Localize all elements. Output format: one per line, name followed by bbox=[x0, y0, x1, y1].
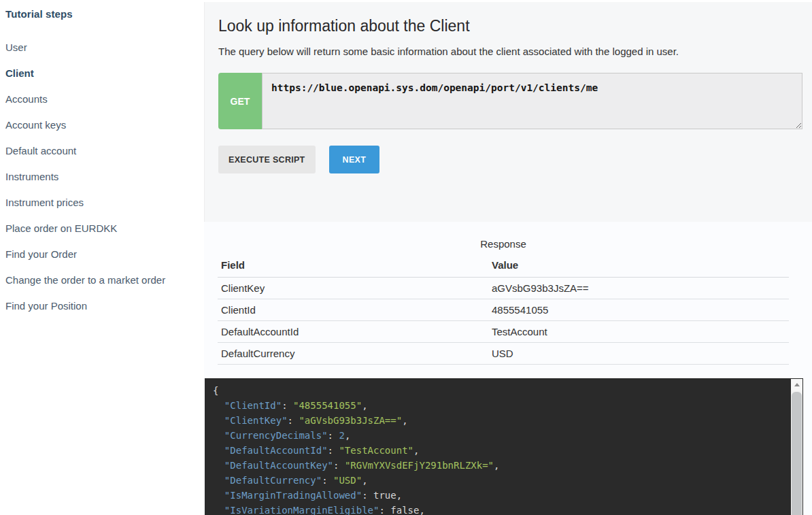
value-cell: USD bbox=[488, 343, 789, 365]
page: Tutorial steps UserClientAccountsAccount… bbox=[0, 0, 812, 515]
main-content: Look up information about the Client The… bbox=[204, 0, 812, 515]
field-cell: ClientKey bbox=[218, 278, 488, 299]
sidebar: Tutorial steps UserClientAccountsAccount… bbox=[0, 0, 204, 515]
scroll-up-button[interactable] bbox=[791, 379, 802, 391]
field-cell: DefaultCurrency bbox=[218, 343, 488, 365]
code-line: { bbox=[213, 383, 783, 398]
table-row: DefaultCurrencyUSD bbox=[218, 343, 789, 365]
request-url-input[interactable]: https://blue.openapi.sys.dom/openapi/por… bbox=[262, 73, 802, 129]
sidebar-item-find-your-order[interactable]: Find your Order bbox=[5, 245, 197, 264]
table-row: DefaultAccountIdTestAccount bbox=[218, 321, 789, 343]
table-header-row: Field Value bbox=[218, 256, 789, 278]
response-table: Field Value ClientKeyaGVsbG93b3JsZA==Cli… bbox=[218, 256, 789, 365]
sidebar-item-account-keys[interactable]: Account keys bbox=[5, 116, 197, 135]
table-row: ClientKeyaGVsbG93b3JsZA== bbox=[218, 278, 789, 299]
code-line: "DefaultAccountKey": "RGVmYXVsdEFjY291bn… bbox=[213, 458, 783, 473]
code-line: "ClientKey": "aGVsbG93b3JsZA==", bbox=[213, 413, 783, 428]
sidebar-item-default-account[interactable]: Default account bbox=[5, 142, 197, 161]
code-line: "IsVariationMarginEligible": false, bbox=[213, 503, 783, 515]
table-row: ClientId4855541055 bbox=[218, 299, 789, 321]
code-line: "CurrencyDecimals": 2, bbox=[213, 428, 783, 443]
code-line: "DefaultAccountId": "TestAccount", bbox=[213, 443, 783, 458]
button-row: EXECUTE SCRIPT NEXT bbox=[218, 146, 802, 173]
code-scrollbar[interactable] bbox=[791, 379, 802, 515]
http-method-badge: GET bbox=[218, 73, 262, 129]
sidebar-item-client[interactable]: Client bbox=[5, 64, 197, 83]
sidebar-heading: Tutorial steps bbox=[5, 8, 197, 20]
scrollbar-thumb[interactable] bbox=[792, 392, 802, 515]
response-table-wrap: Response Field Value ClientKeyaGVsbG93b3… bbox=[218, 222, 789, 365]
next-button[interactable]: NEXT bbox=[329, 146, 380, 173]
sidebar-item-instruments[interactable]: Instruments bbox=[5, 167, 197, 186]
response-section: Response Field Value ClientKeyaGVsbG93b3… bbox=[204, 222, 812, 515]
page-title: Look up information about the Client bbox=[218, 2, 802, 35]
tutorial-steps-nav: UserClientAccountsAccount keysDefault ac… bbox=[5, 38, 197, 316]
value-cell: TestAccount bbox=[488, 321, 789, 343]
sidebar-item-accounts[interactable]: Accounts bbox=[5, 90, 197, 109]
value-cell: 4855541055 bbox=[488, 299, 789, 321]
request-box: GET https://blue.openapi.sys.dom/openapi… bbox=[218, 73, 802, 129]
code-line: "ClientId": "4855541055", bbox=[213, 398, 783, 413]
json-response-viewer: { "ClientId": "4855541055", "ClientKey":… bbox=[205, 378, 803, 515]
sidebar-item-user[interactable]: User bbox=[5, 38, 197, 57]
sidebar-item-place-order-on-eurdkk[interactable]: Place order on EURDKK bbox=[5, 219, 197, 238]
field-cell: ClientId bbox=[218, 299, 488, 321]
sidebar-item-instrument-prices[interactable]: Instrument prices bbox=[5, 193, 197, 212]
sidebar-item-find-your-position[interactable]: Find your Position bbox=[5, 297, 197, 316]
tutorial-step-panel: Look up information about the Client The… bbox=[204, 2, 812, 222]
page-description: The query below will return some basic i… bbox=[218, 46, 802, 57]
code-line: "IsMarginTradingAllowed": true, bbox=[213, 488, 783, 503]
column-header-value: Value bbox=[488, 256, 789, 278]
arrow-up-icon bbox=[794, 383, 800, 386]
sidebar-item-change-the-order-to-a-market-order[interactable]: Change the order to a market order bbox=[5, 271, 197, 290]
code-line: "DefaultCurrency": "USD", bbox=[213, 473, 783, 488]
json-response-code: { "ClientId": "4855541055", "ClientKey":… bbox=[205, 378, 803, 515]
execute-script-button[interactable]: EXECUTE SCRIPT bbox=[218, 146, 316, 173]
column-header-field: Field bbox=[218, 256, 488, 278]
field-cell: DefaultAccountId bbox=[218, 321, 488, 343]
response-table-caption: Response bbox=[218, 238, 789, 250]
value-cell: aGVsbG93b3JsZA== bbox=[488, 278, 789, 299]
